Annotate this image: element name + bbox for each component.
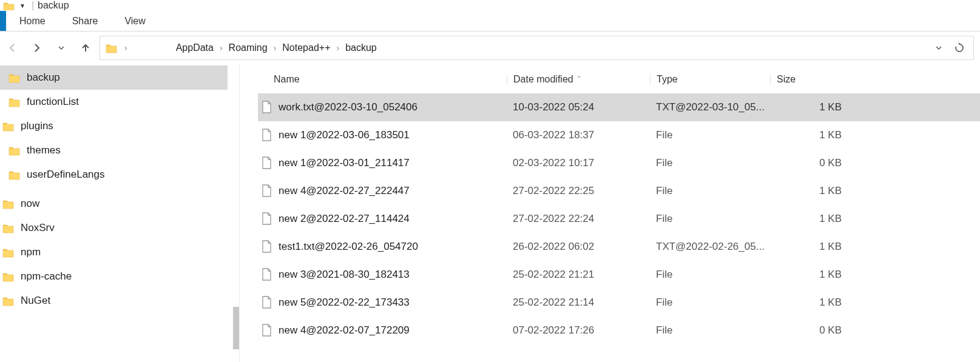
sidebar-item-label: themes xyxy=(27,144,61,156)
file-name: new 2@2022-02-27_114424 xyxy=(279,213,410,225)
crumb-backup[interactable]: backup xyxy=(340,42,382,53)
column-name[interactable]: Name xyxy=(258,74,507,85)
forward-button[interactable] xyxy=(27,38,47,58)
title-separator: | xyxy=(32,0,34,11)
navigation-pane[interactable]: backupfunctionListpluginsthemesuserDefin… xyxy=(0,64,240,362)
sidebar-item-userdefinelangs[interactable]: userDefineLangs xyxy=(0,163,228,187)
table-row[interactable]: new 1@2022-03-06_18350106-03-2022 18:37F… xyxy=(258,121,980,149)
file-name: new 1@2022-03-01_211417 xyxy=(279,157,410,169)
file-icon xyxy=(260,240,272,253)
file-size: 1 KB xyxy=(770,269,849,281)
chevron-right-icon[interactable]: › xyxy=(337,43,340,53)
sidebar-item-functionlist[interactable]: functionList xyxy=(0,90,228,114)
table-row[interactable]: new 3@2021-08-30_18241325-02-2022 21:21F… xyxy=(258,261,980,289)
folder-icon xyxy=(2,222,15,234)
title-bar: ▼ | backup xyxy=(0,0,980,11)
recent-locations-dropdown[interactable] xyxy=(51,38,72,58)
sidebar-item-label: userDefineLangs xyxy=(27,169,105,181)
file-size: 1 KB xyxy=(770,185,849,197)
column-date-modified[interactable]: ⌄ Date modified xyxy=(507,74,650,85)
sidebar-item-plugins[interactable]: plugins xyxy=(0,114,228,138)
file-type: TXT@2022-02-26_05... xyxy=(650,241,770,253)
sidebar-item-npm-cache[interactable]: npm-cache xyxy=(0,264,228,289)
folder-icon xyxy=(8,144,21,156)
sidebar-item-label: functionList xyxy=(27,96,79,108)
file-tab[interactable] xyxy=(0,11,6,31)
table-row[interactable]: new 4@2022-02-27_22244727-02-2022 22:25F… xyxy=(258,177,980,205)
sidebar-scrollbar-thumb[interactable] xyxy=(233,307,239,349)
folder-icon xyxy=(8,72,21,84)
sidebar-item-now[interactable]: now xyxy=(0,192,228,216)
back-button[interactable] xyxy=(2,38,23,58)
table-row[interactable]: new 1@2022-03-01_21141702-03-2022 10:17F… xyxy=(258,149,980,177)
file-name: new 3@2021-08-30_182413 xyxy=(279,269,410,281)
column-date-label: Date modified xyxy=(513,74,573,84)
chevron-right-icon[interactable]: › xyxy=(220,43,223,53)
window-folder-icon xyxy=(2,0,16,11)
up-button[interactable] xyxy=(75,38,96,58)
refresh-button[interactable] xyxy=(954,42,968,53)
file-date: 06-03-2022 18:37 xyxy=(507,129,650,141)
table-row[interactable]: new 5@2022-02-22_17343325-02-2022 21:14F… xyxy=(258,289,980,317)
window-title: backup xyxy=(38,0,69,11)
table-row[interactable]: new 2@2022-02-27_11442427-02-2022 22:24F… xyxy=(258,205,980,233)
file-type: File xyxy=(650,129,770,141)
sidebar-item-backup[interactable]: backup xyxy=(0,65,228,90)
sidebar-item-npm[interactable]: npm xyxy=(0,240,228,264)
sidebar-item-themes[interactable]: themes xyxy=(0,138,228,163)
file-name: test1.txt@2022-02-26_054720 xyxy=(279,241,418,253)
file-date: 26-02-2022 06:02 xyxy=(507,241,650,253)
crumb-notepadpp[interactable]: Notepad++ xyxy=(277,42,335,53)
sidebar-item-label: npm xyxy=(21,246,41,258)
file-icon xyxy=(260,268,272,281)
address-bar[interactable]: › AppData › Roaming › Notepad++ › backup xyxy=(100,36,974,60)
table-row[interactable]: test1.txt@2022-02-26_05472026-02-2022 06… xyxy=(258,233,980,261)
file-type: File xyxy=(650,324,770,337)
table-row[interactable]: work.txt@2022-03-10_05240610-03-2022 05:… xyxy=(258,93,980,121)
file-icon xyxy=(260,101,272,114)
file-icon xyxy=(260,324,272,337)
tab-share[interactable]: Share xyxy=(59,11,112,31)
file-name: new 1@2022-03-06_183501 xyxy=(279,129,410,141)
sidebar-item-noxsrv[interactable]: NoxSrv xyxy=(0,216,228,240)
tab-home[interactable]: Home xyxy=(6,11,59,31)
file-size: 0 KB xyxy=(770,157,849,169)
file-name: work.txt@2022-03-10_052406 xyxy=(279,101,417,113)
folder-icon xyxy=(2,198,15,210)
chevron-right-icon[interactable]: › xyxy=(274,43,277,53)
folder-icon xyxy=(8,169,21,181)
file-type: File xyxy=(650,297,770,309)
file-name: new 5@2022-02-22_173433 xyxy=(279,297,410,309)
file-size: 0 KB xyxy=(770,324,849,337)
file-type: TXT@2022-03-10_05... xyxy=(650,101,770,113)
nav-row: › AppData › Roaming › Notepad++ › backup xyxy=(0,32,980,64)
file-size: 1 KB xyxy=(770,129,849,141)
ribbon: Home Share View xyxy=(0,11,980,32)
folder-icon xyxy=(8,96,21,108)
table-row[interactable]: new 4@2022-02-07_17220907-02-2022 17:26F… xyxy=(258,317,980,344)
file-size: 1 KB xyxy=(770,213,849,225)
file-icon xyxy=(260,184,272,198)
address-history-dropdown[interactable] xyxy=(934,44,949,52)
file-type: File xyxy=(650,269,770,281)
crumb-roaming[interactable]: Roaming xyxy=(224,42,272,53)
tab-view[interactable]: View xyxy=(111,11,158,31)
file-date: 27-02-2022 22:24 xyxy=(507,213,650,225)
file-date: 25-02-2022 21:21 xyxy=(507,269,650,281)
file-type: File xyxy=(650,157,770,169)
sidebar-item-nuget[interactable]: NuGet xyxy=(0,289,228,313)
file-date: 25-02-2022 21:14 xyxy=(507,297,650,309)
file-icon xyxy=(260,129,272,142)
file-size: 1 KB xyxy=(770,297,849,309)
column-size[interactable]: Size xyxy=(770,74,849,85)
file-type: File xyxy=(650,185,770,197)
sort-indicator-icon: ⌄ xyxy=(576,72,581,79)
file-date: 07-02-2022 17:26 xyxy=(507,324,650,337)
crumb-appdata[interactable]: AppData xyxy=(171,42,218,53)
file-icon xyxy=(260,296,272,309)
sidebar-item-label: backup xyxy=(27,72,60,84)
quick-access-dropdown-icon[interactable]: ▼ xyxy=(18,2,27,9)
folder-icon xyxy=(2,120,15,132)
chevron-right-icon[interactable]: › xyxy=(124,43,127,53)
column-type[interactable]: Type xyxy=(650,74,770,85)
